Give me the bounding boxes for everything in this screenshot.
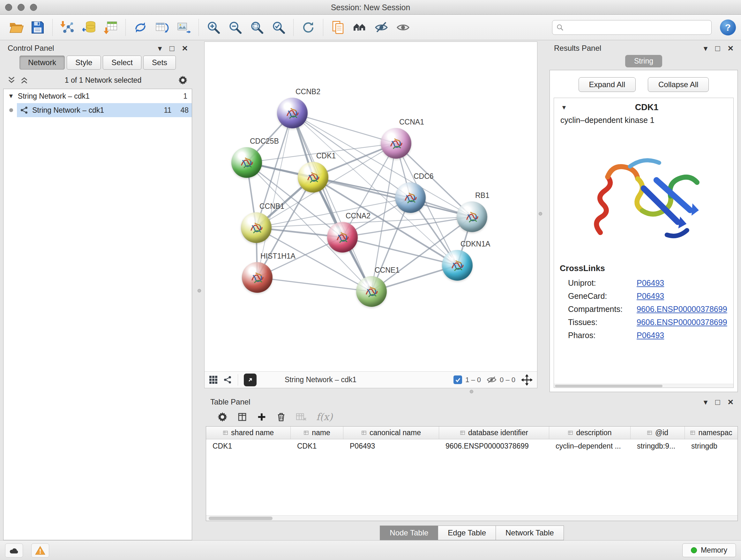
delete-column-icon[interactable]	[276, 412, 286, 422]
crosslink-value[interactable]: 9606.ENSP00000378699	[636, 305, 727, 314]
duplicate-document-icon[interactable]	[329, 18, 347, 37]
maximize-panel-icon[interactable]: □	[170, 44, 174, 52]
tab-node-table[interactable]: Node Table	[380, 525, 438, 540]
maximize-panel-icon[interactable]: □	[715, 398, 720, 406]
close-panel-icon[interactable]: ×	[728, 44, 733, 53]
float-panel-icon[interactable]: ▾	[704, 398, 708, 406]
network-tools-icon[interactable]	[131, 18, 149, 37]
network-row[interactable]: String Network – cdk1 11 48	[3, 103, 192, 117]
right-splitter-handle[interactable]	[539, 212, 542, 215]
network-node-CCNB2[interactable]	[277, 98, 308, 128]
home-icon[interactable]	[351, 18, 368, 37]
function-builder-icon[interactable]: f(x)	[316, 411, 333, 422]
network-node-CCNA2[interactable]	[327, 222, 358, 253]
memory-button[interactable]: Memory	[682, 543, 736, 557]
import-network-file-icon[interactable]	[58, 18, 76, 37]
column-header-name[interactable]: name	[291, 427, 343, 439]
network-canvas[interactable]: CCNB2CCNA1CDC25BCDK1CDC6RB1CCNB1CCNA2CDK…	[205, 42, 537, 371]
help-icon[interactable]: ?	[720, 19, 736, 36]
network-node-CCNA1[interactable]	[381, 128, 411, 159]
import-table-icon[interactable]	[102, 18, 120, 37]
export-image-icon[interactable]	[175, 18, 193, 37]
network-node-CDC25B[interactable]	[231, 147, 262, 178]
column-header-database-identifier[interactable]: database identifier	[439, 427, 549, 439]
column-header-id[interactable]: @id	[630, 427, 685, 439]
network-from-table-icon[interactable]	[153, 18, 171, 37]
hidden-eye-icon[interactable]	[487, 376, 496, 384]
expand-all-button[interactable]: Expand All	[579, 77, 636, 92]
maximize-panel-icon[interactable]: □	[715, 44, 720, 52]
refresh-view-icon[interactable]	[299, 18, 317, 37]
close-panel-icon[interactable]: ×	[182, 44, 188, 53]
warning-icon[interactable]	[31, 543, 49, 557]
cell-description[interactable]: cyclin–dependent ...	[549, 442, 630, 450]
add-column-icon[interactable]	[257, 412, 266, 422]
horizontal-splitter-handle[interactable]	[470, 390, 473, 393]
pan-move-icon[interactable]	[521, 374, 533, 386]
cell-namespace[interactable]: stringdb	[685, 442, 738, 450]
table-horizontal-scrollbar[interactable]	[206, 515, 738, 521]
tab-select[interactable]: Select	[103, 56, 141, 70]
open-session-icon[interactable]	[7, 18, 25, 37]
gear-icon[interactable]	[178, 75, 188, 85]
network-node-CDK1[interactable]	[298, 162, 328, 192]
crosslink-value[interactable]: 9606.ENSP00000378699	[636, 318, 727, 327]
network-node-RB1[interactable]	[457, 201, 487, 232]
disclosure-triangle-icon[interactable]: ▼	[561, 104, 567, 111]
share-view-icon[interactable]	[223, 375, 232, 384]
network-node-CDC6[interactable]	[395, 182, 426, 213]
crosslink-value[interactable]: P06493	[636, 278, 664, 288]
network-node-CCNE1[interactable]	[356, 276, 387, 307]
show-all-icon[interactable]	[394, 18, 412, 37]
collapse-all-button[interactable]: Collapse All	[648, 77, 709, 92]
results-horizontal-scrollbar[interactable]	[554, 384, 733, 388]
left-splitter-handle[interactable]	[198, 289, 201, 293]
grid-view-icon[interactable]	[209, 375, 218, 384]
crosslink-value[interactable]: P06493	[636, 331, 664, 340]
cell-id[interactable]: stringdb:9...	[630, 442, 685, 450]
tab-sets[interactable]: Sets	[143, 56, 176, 70]
selected-checkbox-icon[interactable]	[454, 375, 462, 384]
cell-canonical-name[interactable]: P06493	[343, 442, 439, 450]
network-node-CCNB1[interactable]	[241, 212, 272, 243]
column-header-description[interactable]: description	[549, 427, 630, 439]
save-session-icon[interactable]	[29, 18, 47, 37]
crosslink-value[interactable]: P06493	[636, 292, 664, 301]
float-panel-icon[interactable]: ▾	[158, 44, 162, 52]
zoom-fit-icon[interactable]	[248, 18, 266, 37]
detach-view-icon[interactable]	[244, 374, 257, 386]
collapse-all-icon[interactable]	[20, 76, 28, 84]
float-panel-icon[interactable]: ▾	[704, 44, 708, 52]
cell-database-identifier[interactable]: 9606.ENSP00000378699	[439, 442, 549, 450]
cell-name[interactable]: CDK1	[291, 442, 343, 450]
disclosure-triangle-icon[interactable]: ▼	[8, 92, 14, 100]
show-columns-icon[interactable]	[237, 412, 247, 422]
expand-all-icon[interactable]	[8, 76, 15, 84]
tab-string[interactable]: String	[625, 55, 662, 67]
network-row-body[interactable]: String Network – cdk1 11 48	[17, 103, 192, 117]
tab-network[interactable]: Network	[19, 56, 65, 70]
tab-style[interactable]: Style	[67, 56, 101, 70]
column-header-shared-name[interactable]: shared name	[206, 427, 291, 439]
table-settings-gear-icon[interactable]	[217, 412, 227, 422]
network-view[interactable]: CCNB2CCNA1CDC25BCDK1CDC6RB1CCNB1CCNA2CDK…	[204, 42, 537, 388]
column-header-canonical-name[interactable]: canonical name	[343, 427, 439, 439]
toolbar-search[interactable]	[552, 20, 712, 35]
cell-shared-name[interactable]: CDK1	[206, 442, 291, 450]
table-row[interactable]: CDK1 CDK1 P06493 9606.ENSP00000378699 cy…	[206, 439, 738, 453]
zoom-out-icon[interactable]	[226, 18, 244, 37]
column-header-namespace[interactable]: namespac	[685, 427, 738, 439]
close-panel-icon[interactable]: ×	[728, 397, 733, 407]
hide-selected-icon[interactable]	[373, 18, 390, 37]
tab-edge-table[interactable]: Edge Table	[438, 525, 496, 540]
search-input[interactable]	[567, 23, 708, 32]
network-node-HIST1H1A[interactable]	[242, 262, 273, 293]
cloud-icon[interactable]	[5, 543, 23, 557]
import-network-database-icon[interactable]	[80, 18, 98, 37]
zoom-in-icon[interactable]	[205, 18, 222, 37]
network-collection-row[interactable]: ▼ String Network – cdk1 1	[3, 89, 192, 103]
zoom-selected-icon[interactable]	[270, 18, 287, 37]
network-node-label: CCNE1	[375, 266, 400, 274]
network-node-CDKN1A[interactable]	[442, 250, 473, 281]
tab-network-table[interactable]: Network Table	[496, 525, 564, 540]
